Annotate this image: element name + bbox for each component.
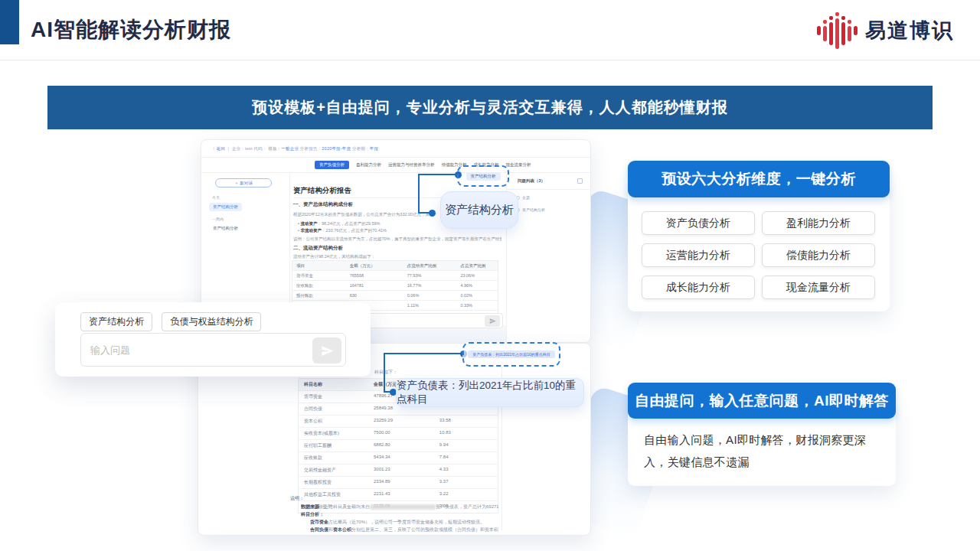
connector-line (384, 353, 385, 393)
panel-header: 预设六大分析维度，一键分析 (628, 161, 890, 197)
cell: 货币资金 (292, 271, 346, 280)
cell: 7500.00 (368, 428, 434, 439)
cell: 4.33 (434, 465, 498, 476)
back-link[interactable]: 〈 返回 (211, 146, 225, 151)
cell: 10.83 (434, 428, 498, 439)
bullet-text: ：233.76亿元，占总资产的70.41% (322, 228, 387, 233)
callout-balance-sheet-question: 资产负债表：列出2021年占比前10的重点科目 (396, 378, 584, 407)
table-header-row: 项目 金额（万元） 占流动资产比例 占总资产比例 (292, 261, 498, 270)
panel-title: 自由提问，输入任意问题，AI即时解答 (635, 391, 889, 411)
question-list-panel: 问题列表（3） 全选 资产结构分析 (506, 172, 590, 343)
cell: 630 (346, 291, 403, 300)
notes-label: 说明： (290, 495, 304, 502)
cell: 33.58 (434, 416, 498, 427)
cell: 765568 (346, 271, 403, 280)
title-accent-block (0, 0, 19, 44)
col-header: 占总资产比例 (456, 261, 498, 270)
report-section-2: 二、流动资产结构分析 (293, 245, 343, 252)
table-row: 应收账款16478116.77%4.96% (292, 280, 498, 290)
panel-divider (507, 189, 591, 190)
bullet-label: 非流动资产 (300, 228, 322, 233)
note-bold: 货币资金 (310, 520, 328, 524)
question-item-label: 资产结构分析 (522, 207, 545, 212)
note-data-source: 数据来源：上述科目及金额均来自资产负债表，资产总计为69271.65万元，所有比… (301, 504, 498, 510)
cell: 合同负债 (299, 403, 368, 415)
breadcrumb-period: 2020年报-年度 (322, 146, 351, 151)
question-chips-row: 资产结构分析 负债与权益结构分析 (80, 312, 267, 331)
report-title: 资产结构分析报告 (293, 186, 351, 196)
cell: 6882.80 (368, 440, 434, 452)
connector-line (418, 174, 420, 214)
col-header: 科目名称 (299, 379, 368, 390)
report-paragraph-1: 根据2020年12月末的资产负债表数据，公司总资产合计为332.00亿元，其中： (293, 212, 438, 217)
dragged-question-chip-outline: 资产结构分析 (457, 165, 509, 187)
connector-line (418, 174, 459, 175)
button-solvency[interactable]: 偿债能力分析 (762, 243, 875, 267)
tab-operation[interactable]: 运营能力与经营效率分析 (388, 162, 435, 168)
breadcrumb: 〈 返回 ｜ 企业：test 代码： 模板：一般企业 分析报告：2020年报-年… (211, 146, 378, 152)
connector-line (384, 353, 463, 354)
question-item-asset-structure[interactable]: 资产结构分析 (516, 207, 545, 212)
report-bullet-1: 流动资产：98.24亿元，占总资产的29.59% (298, 221, 380, 227)
note-text: 分别位居第二、第三，反映了公司的预收款项规模（合同负债）和资本积累情况（资本公积… (351, 527, 498, 532)
table-row: 资本公积23259.2933.58 (299, 415, 498, 427)
tab-balance-analysis[interactable]: 资产负债分析 (315, 161, 349, 169)
breadcrumb-text: ｜ 企业：test 代码： 模板： (227, 146, 282, 151)
button-cashflow[interactable]: 现金流量分析 (762, 276, 875, 299)
cell: 实收资本(或股本) (299, 428, 368, 439)
button-balance-analysis[interactable]: 资产负债分析 (642, 211, 755, 235)
cell: 3.22 (434, 489, 498, 500)
panel-title: 预设六大分析维度，一键分析 (662, 169, 856, 189)
note-bold: 合同负债 (310, 527, 328, 532)
table-row: 应付职工薪酬6882.809.94 (299, 439, 498, 452)
soundwave-logo-icon (817, 12, 858, 49)
button-growth[interactable]: 成长能力分析 (642, 276, 755, 299)
brand-name: 易道博识 (865, 17, 954, 44)
send-button[interactable] (312, 337, 341, 364)
cell: 164781 (346, 281, 403, 290)
cell: 其他权益工具投资 (299, 489, 368, 500)
cell: 货币资金 (299, 391, 368, 403)
tab-cashflow[interactable]: 现金流量分析 (506, 162, 531, 168)
chip-liability-equity-structure[interactable]: 负债与权益结构分析 (162, 312, 261, 331)
panel-six-dimensions: 预设六大分析维度，一键分析 资产负债分析 盈利能力分析 运营能力分析 偿债能力分… (628, 161, 890, 311)
breadcrumb-term: 年报 (370, 146, 378, 151)
table-row: 实收资本(或股本)7500.0010.83 (299, 427, 498, 439)
question-input-box (80, 333, 346, 367)
bullet-label: 流动资产 (300, 221, 317, 226)
note-subject-analysis: 科目分析： (301, 511, 324, 518)
button-operation[interactable]: 运营能力分析 (642, 243, 755, 267)
breadcrumb-text: 分析报告： (299, 146, 322, 151)
redacted-blur (370, 504, 436, 510)
note-bold: 科目分析： (301, 512, 324, 517)
in-app-send-button[interactable] (485, 315, 500, 327)
cell: 资本公积 (299, 416, 368, 427)
note-bold: 资本公积 (333, 527, 351, 532)
question-chip[interactable]: 资产结构分析 (466, 172, 501, 181)
cell: 0.33% (456, 301, 498, 310)
slide: AI智能解读分析财报 易道博识 预设模板+自由提问，专业分析与灵活交互兼得，人人… (0, 0, 980, 551)
table-row: 应收账款5434.347.84 (299, 452, 498, 464)
tab-profitability[interactable]: 盈利能力分析 (356, 162, 381, 168)
question-input[interactable] (90, 334, 305, 366)
toolbar-divider (201, 157, 590, 158)
callout-asset-structure: 资产结构分析 (440, 191, 518, 229)
report-paragraph-2: 流动资产合计98.24亿元，其结构构成如下： (293, 254, 375, 259)
note-text: 资产负债表，资产总计为69271.65万元，所有比例以此为基数计算。 (436, 504, 498, 509)
cell: 7.84 (434, 452, 498, 464)
sidebar-item-asset-structure[interactable]: 资产结构分析 (209, 203, 242, 211)
note-liability-analysis: 合同负债和资本公积分别位居第二、第三，反映了公司的预收款项规模（合同负债）和资本… (310, 527, 498, 533)
button-profitability[interactable]: 盈利能力分析 (762, 211, 875, 235)
cell: 77.93% (403, 271, 457, 280)
header-divider (0, 60, 980, 60)
new-chat-button[interactable]: ＋ 新对话 (215, 178, 272, 187)
table-row: 其他权益工具投资2231.433.22 (299, 488, 498, 500)
expand-icon[interactable] (577, 178, 583, 184)
report-bullet-2: 非流动资产：233.76亿元，占总资产的70.41% (298, 228, 387, 233)
sidebar-item-asset-structure-old[interactable]: 资产结构分析 (209, 224, 242, 233)
question-chip[interactable]: 资产负债表：列出2021年占比前10的重点科目 (468, 350, 555, 358)
send-icon (321, 344, 334, 357)
cell: 长期股权投资 (299, 477, 368, 488)
chip-asset-structure[interactable]: 资产结构分析 (80, 312, 152, 331)
connector-dot (429, 210, 436, 217)
